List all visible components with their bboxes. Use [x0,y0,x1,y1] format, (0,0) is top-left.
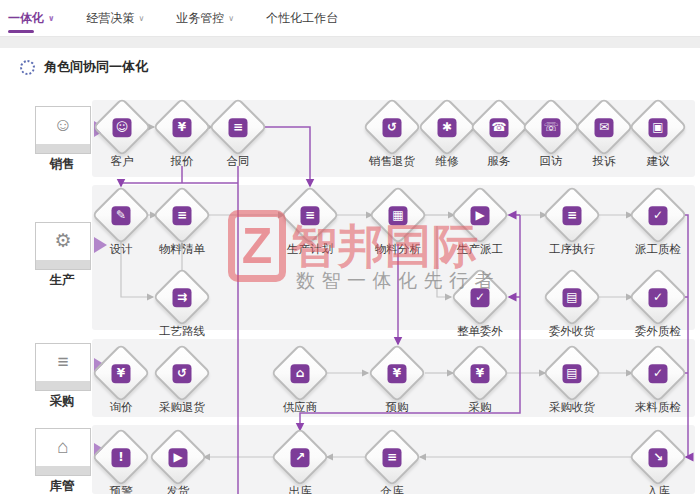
return-icon: ↺ [383,118,402,137]
node-label: 委外质检 [616,324,700,339]
node-purchase-receive[interactable]: ▤采购收货 [530,345,614,415]
dispatch-icon: ▶ [471,206,490,225]
chevron-down-icon: ∨ [228,14,234,23]
bag-check-icon: ▤ [563,364,582,383]
store-icon: ⌂ [291,364,310,383]
node-diamond: ✓ [616,345,700,401]
tab-label: 一体化 [8,10,44,27]
repair-icon: ✱ [438,118,457,137]
node-label: 采购 [438,400,522,415]
diamond-shape: ✓ [628,185,687,244]
diamond-shape: ⇉ [152,267,211,326]
tab-业务管控[interactable]: 业务管控∨ [176,10,234,27]
node-dispatch-qc[interactable]: ✓派工质检 [616,187,700,257]
node-outsource-qc[interactable]: ✓委外质检 [616,269,700,339]
cart-return-icon: ↺ [173,364,192,383]
diamond-shape: ≡ [542,185,601,244]
box-in-icon: ↘ [649,448,668,467]
node-bom[interactable]: ≡物料清单 [140,187,224,257]
diamond-shape: ✓ [628,267,687,326]
diamond-shape: ↘ [628,427,687,486]
header-divider-strip [0,37,700,48]
node-diamond: ≡ [196,99,280,155]
node-suggestion[interactable]: ▣建议 [616,99,700,169]
node-label: 仓库 [350,484,434,494]
node-label: 来料质检 [616,400,700,415]
node-purchase-return[interactable]: ↺采购退货 [140,345,224,415]
diamond-shape: ≡ [152,185,211,244]
money-doc-icon: ¥ [112,364,131,383]
node-shipping[interactable]: ▶发货 [136,429,220,494]
node-label: 预购 [355,400,439,415]
tab-一体化[interactable]: 一体化∨ [8,10,55,27]
pencil-icon: ✎ [112,206,131,225]
node-material-analysis[interactable]: ▦物料分析 [356,187,440,257]
node-diamond: ≡ [268,187,352,243]
route-icon: ⇉ [173,288,192,307]
warehouse-icon: ≡ [383,448,402,467]
node-outbound[interactable]: ↗出库 [258,429,342,494]
node-diamond: ≡ [350,429,434,485]
navbar: 一体化∨经营决策∨业务管控∨个性化工作台 [0,0,700,37]
shield-check-icon: ✓ [649,364,668,383]
tab-label: 个性化工作台 [266,10,338,27]
node-process-execution[interactable]: ≡工序执行 [530,187,614,257]
node-diamond: ≡ [530,187,614,243]
page-title: 角色间协同一体化 [44,58,148,76]
node-incoming-qc[interactable]: ✓来料质检 [616,345,700,415]
diamond-shape: ≡ [280,185,339,244]
truck-icon: ▶ [169,448,188,467]
node-warehouse-node[interactable]: ≡仓库 [350,429,434,494]
tab-个性化工作台[interactable]: 个性化工作台 [266,10,338,27]
diamond-shape: ↺ [152,343,211,402]
cart-outline-icon: ¥ [388,364,407,383]
node-diamond: ▣ [616,99,700,155]
node-label: 生产计划 [268,242,352,257]
node-outsource-order[interactable]: ✓整单委外 [438,269,522,339]
node-production-plan[interactable]: ≡生产计划 [268,187,352,257]
mail-icon: ✉ [595,118,614,137]
node-pre-purchase[interactable]: ¥预购 [355,345,439,415]
tab-label: 业务管控 [176,10,224,27]
chevron-down-icon: ∨ [139,14,145,23]
node-diamond: ▶ [136,429,220,485]
box-out-icon: ↗ [291,448,310,467]
node-label: 派工质检 [616,242,700,257]
cart-icon: ¥ [471,364,490,383]
diamond-shape: ▦ [368,185,427,244]
node-process-route[interactable]: ⇉工艺路线 [140,269,224,339]
diamond-shape: ¥ [367,343,426,402]
diamond-shape: ▤ [542,343,601,402]
node-label: 供应商 [258,400,342,415]
shield-check-icon: ✓ [649,206,668,225]
shield-check-icon: ✓ [649,288,668,307]
node-label: 整单委外 [438,324,522,339]
node-diamond: ≡ [140,187,224,243]
role-label-production: 生产 [35,272,89,289]
node-label: 生产派工 [438,242,522,257]
node-label: 物料清单 [140,242,224,257]
tab-经营决策[interactable]: 经营决策∨ [87,10,145,27]
node-production-dispatch[interactable]: ▶生产派工 [438,187,522,257]
node-contract[interactable]: ≡合同 [196,99,280,169]
node-diamond: ▤ [530,345,614,401]
node-diamond: ✓ [616,269,700,325]
diamond-shape: ▶ [148,427,207,486]
page-header: 角色间协同一体化 [20,58,148,76]
node-diamond: ▦ [356,187,440,243]
node-inbound[interactable]: ↘入库 [616,429,700,494]
node-label: 委外收货 [530,324,614,339]
node-outsource-receive[interactable]: ▤委外收货 [530,269,614,339]
node-purchase[interactable]: ¥采购 [438,345,522,415]
diamond-shape: ▶ [450,185,509,244]
tab-label: 经营决策 [87,10,135,27]
suggestion-box-icon: ▣ [649,118,668,137]
diamond-shape: ⌂ [270,343,329,402]
diamond-shape: ≡ [208,97,267,156]
node-diamond: ¥ [355,345,439,401]
node-label: 发货 [136,484,220,494]
phone-icon: ☏ [542,118,561,137]
node-diamond: ▶ [438,187,522,243]
node-diamond: ↘ [616,429,700,485]
node-supplier[interactable]: ⌂供应商 [258,345,342,415]
